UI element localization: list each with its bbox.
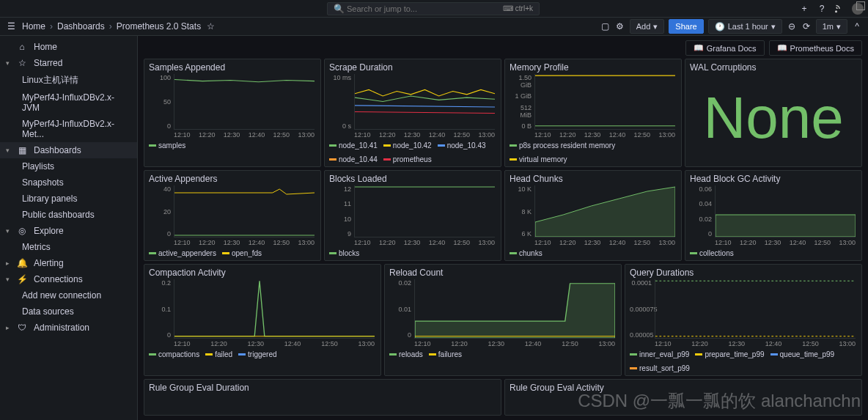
sidebar-item-addconn[interactable]: Add new connection [0, 287, 137, 303]
sidebar-item-home[interactable]: ⌂Home [0, 39, 137, 55]
sidebar-item-dashboards[interactable]: ▾▦Dashboards [0, 142, 137, 158]
chevron-down-icon: ▾ [653, 22, 658, 32]
sidebar-item-metrics-sub[interactable]: Metrics [0, 239, 137, 255]
compass-icon: ◎ [16, 226, 28, 236]
prometheus-docs-button[interactable]: 📖Prometheus Docs [769, 40, 862, 56]
panel-compaction[interactable]: Compaction Activity 0.20.1012:1012:2012:… [144, 264, 381, 376]
bc-sep: › [50, 21, 53, 32]
docs-row: 📖Grafana Docs 📖Prometheus Docs [144, 40, 862, 56]
search-box[interactable]: 🔍 ⌨ ctrl+k [327, 2, 540, 15]
star-icon[interactable]: ☆ [205, 21, 216, 32]
refresh-interval[interactable]: 1m ▾ [816, 19, 847, 34]
book-icon: 📖 [694, 43, 704, 53]
panel-title: Scrape Duration [329, 62, 496, 73]
news-icon[interactable] [834, 4, 845, 14]
zoom-out-icon[interactable]: ⊖ [787, 21, 797, 32]
panel-blocks[interactable]: Blocks Loaded 121110912:1012:2012:3012:4… [324, 170, 501, 261]
breadcrumb: Home › Dashboards › Prometheus 2.0 Stats… [22, 21, 216, 32]
present-icon[interactable]: ▢ [600, 21, 611, 32]
panel-active[interactable]: Active Appenders 4020012:1012:2012:3012:… [144, 170, 321, 261]
sidebar-item-connections[interactable]: ▾⚡Connections [0, 271, 137, 287]
legend: samples [149, 140, 316, 150]
plug-icon: ⚡ [16, 274, 28, 284]
panel-samples[interactable]: Samples Appended 10050012:1012:2012:3012… [144, 59, 321, 167]
time-picker[interactable]: 🕐 Last 1 hour ▾ [708, 19, 782, 34]
sidebar-item-datasrc[interactable]: Data sources [0, 303, 137, 320]
panel-rule-activity[interactable]: Rule Group Eval Activity [504, 379, 862, 416]
panel-row-2: Active Appenders 4020012:1012:2012:3012:… [144, 170, 862, 261]
panel-row-1: Samples Appended 10050012:1012:2012:3012… [144, 59, 862, 167]
panel-rule-duration[interactable]: Rule Group Eval Duration [144, 379, 501, 416]
gear-icon[interactable]: ⚙ [615, 21, 625, 32]
shield-icon: 🛡 [16, 323, 28, 333]
sidebar-item-public[interactable]: Public dashboards [0, 207, 137, 223]
book-icon: 📖 [777, 43, 787, 53]
topbar: 🔍 ⌨ ctrl+k + ? [0, 0, 868, 18]
sidebar-item-linux[interactable]: Linux主机详情 [0, 71, 137, 89]
panel-scrape[interactable]: Scrape Duration 10 ms0 s12:1012:2012:301… [324, 59, 501, 167]
add-button[interactable]: Add ▾ [630, 19, 665, 34]
share-button[interactable]: Share [669, 19, 703, 34]
header-right: ▢ ⚙ Add ▾ Share 🕐 Last 1 hour ▾ ⊖ ⟳ 1m ▾… [600, 19, 862, 34]
sidebar-item-starred[interactable]: ▾☆Starred [0, 55, 137, 71]
menu-icon[interactable]: ☰ [6, 21, 16, 32]
xaxis: 12:1012:2012:3012:4012:5013:00 [174, 131, 315, 140]
content: 📖Grafana Docs 📖Prometheus Docs Samples A… [138, 36, 868, 420]
stat-value: None [690, 74, 857, 162]
dashboard-icon: ▦ [16, 145, 28, 155]
sidebar: ⌂Home ▾☆Starred Linux主机详情 MyPerf4J-Influ… [0, 36, 138, 420]
panel-title: Samples Appended [149, 62, 316, 73]
main: ⌂Home ▾☆Starred Linux主机详情 MyPerf4J-Influ… [0, 36, 868, 420]
panel-reload[interactable]: Reload Count 0.020.01012:1012:2012:3012:… [384, 264, 622, 376]
panel-wal[interactable]: WAL Corruptions None [685, 59, 862, 167]
search-icon: 🔍 [334, 4, 344, 14]
panel-head[interactable]: Head Chunks 10 K8 K6 K12:1012:2012:3012:… [504, 170, 682, 261]
sidebar-item-explore[interactable]: ▾◎Explore [0, 223, 137, 239]
sidebar-item-jvm[interactable]: MyPerf4J-InfluxDBv2.x-JVM [0, 89, 137, 116]
bc-dashboards[interactable]: Dashboards [57, 21, 105, 32]
sidebar-item-snapshots[interactable]: Snapshots [0, 174, 137, 191]
home-icon: ⌂ [16, 42, 28, 52]
panel-row-3: Compaction Activity 0.20.1012:1012:2012:… [144, 264, 862, 376]
chevron-down-icon[interactable]: ▾ [6, 59, 13, 67]
chevron-down-icon: ▾ [836, 22, 841, 32]
chevron-down-icon: ▾ [771, 22, 776, 32]
chevron-down-icon[interactable]: ▾ [6, 276, 13, 283]
plus-icon[interactable]: + [799, 4, 809, 14]
header: ☰ Home › Dashboards › Prometheus 2.0 Sta… [0, 18, 868, 36]
help-icon[interactable]: ? [817, 4, 827, 14]
star-icon: ☆ [16, 58, 28, 68]
collapse-icon[interactable]: ^ [852, 21, 862, 32]
panel-query[interactable]: Query Durations 0.00010.0000750.0000512:… [625, 264, 862, 376]
chevron-down-icon[interactable]: ▾ [6, 147, 13, 154]
search-input[interactable] [347, 4, 479, 13]
panel-title: WAL Corruptions [690, 62, 857, 73]
refresh-icon[interactable]: ⟳ [801, 21, 812, 32]
topbar-right: + ? [799, 3, 864, 15]
clock-icon: 🕐 [715, 22, 725, 32]
bc-sep: › [109, 21, 112, 32]
chevron-right-icon[interactable]: ▸ [6, 259, 13, 267]
sidebar-item-alerting[interactable]: ▸🔔Alerting [0, 255, 137, 271]
sidebar-item-metrics[interactable]: MyPerf4J-InfluxDBv2.x-Met... [0, 116, 137, 142]
sidebar-item-playlists[interactable]: Playlists [0, 158, 137, 174]
bc-current: Prometheus 2.0 Stats [117, 21, 201, 32]
search-shortcut: ⌨ ctrl+k [503, 4, 533, 12]
grafana-docs-button[interactable]: 📖Grafana Docs [685, 40, 765, 56]
sidebar-item-admin[interactable]: ▸🛡Administration [0, 320, 137, 336]
chevron-down-icon[interactable]: ▾ [6, 227, 13, 235]
bc-home[interactable]: Home [22, 21, 45, 32]
panel-title: Memory Profile [510, 62, 677, 73]
chevron-right-icon[interactable]: ▸ [6, 324, 13, 331]
sidebar-item-library[interactable]: Library panels [0, 191, 137, 207]
bell-icon: 🔔 [16, 258, 28, 268]
panel-gc[interactable]: Head Block GC Activity 0.060.040.02012:1… [685, 170, 862, 261]
panel-row-4: Rule Group Eval Duration Rule Group Eval… [144, 379, 862, 416]
panel-memory[interactable]: Memory Profile 1.50 GiB1 GiB512 MiB0 B12… [504, 59, 682, 167]
